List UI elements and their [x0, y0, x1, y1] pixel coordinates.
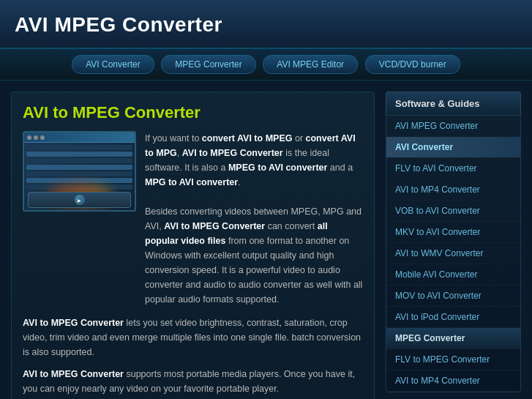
play-icon: ▶ — [75, 195, 85, 205]
sidebar-link-avi-ipod[interactable]: AVI to iPod Converter — [386, 307, 520, 328]
intro-section: ▶ If you want to convert AVI to MPEG or … — [23, 131, 363, 307]
navbar: AVI Converter MPEG Converter AVI MPEG Ed… — [0, 49, 532, 81]
sidebar-link-mpeg-converter[interactable]: MPEG Converter — [386, 328, 520, 349]
sidebar-link-mobile-avi[interactable]: Mobile AVI Converter — [386, 264, 520, 286]
nav-tab-avi-converter[interactable]: AVI Converter — [72, 55, 154, 74]
site-title: AVI MPEG Converter — [15, 13, 517, 37]
sidebar-link-mkv-avi[interactable]: MKV to AVI Converter — [386, 222, 520, 243]
para4: AVI to MPEG Converter supports most port… — [23, 367, 363, 396]
sidebar-link-avi-mpeg-converter[interactable]: AVI MPEG Converter — [386, 116, 520, 137]
sidebar-link-avi-wmv[interactable]: AVI to WMV Converter — [386, 243, 520, 264]
sidebar: Software & Guides AVI MPEG Converter AVI… — [386, 92, 521, 399]
nav-tab-vcd-dvd-burner[interactable]: VCD/DVD burner — [365, 55, 460, 74]
nav-tab-avi-mpeg-editor[interactable]: AVI MPEG Editor — [263, 55, 358, 74]
sidebar-link-flv-avi[interactable]: FLV to AVI Converter — [386, 158, 520, 179]
intro-text: If you want to convert AVI to MPEG or co… — [145, 131, 363, 307]
software-screenshot: ▶ — [23, 131, 136, 212]
para3: AVI to MPEG Converter lets you set video… — [23, 316, 363, 359]
main-layout: AVI to MPEG Converter — [0, 81, 532, 399]
sidebar-link-avi-mp4[interactable]: AVI to MP4 Converter — [386, 179, 520, 201]
content-area: AVI to MPEG Converter — [11, 92, 375, 399]
sidebar-link-flv-mpeg[interactable]: FLV to MPEG Converter — [386, 349, 520, 370]
sidebar-links: AVI MPEG Converter AVI Converter FLV to … — [386, 115, 521, 392]
sidebar-link-vob-avi[interactable]: VOB to AVI Converter — [386, 201, 520, 222]
nav-tab-mpeg-converter[interactable]: MPEG Converter — [161, 55, 255, 74]
header: AVI MPEG Converter — [0, 0, 532, 49]
sidebar-link-avi-converter[interactable]: AVI Converter — [386, 137, 520, 158]
page-title: AVI to MPEG Converter — [23, 103, 363, 122]
sidebar-title: Software & Guides — [386, 92, 521, 115]
sidebar-link-avi-mp4-2[interactable]: AVI to MP4 Converter — [386, 370, 520, 392]
sidebar-link-mov-avi[interactable]: MOV to AVI Converter — [386, 286, 520, 307]
